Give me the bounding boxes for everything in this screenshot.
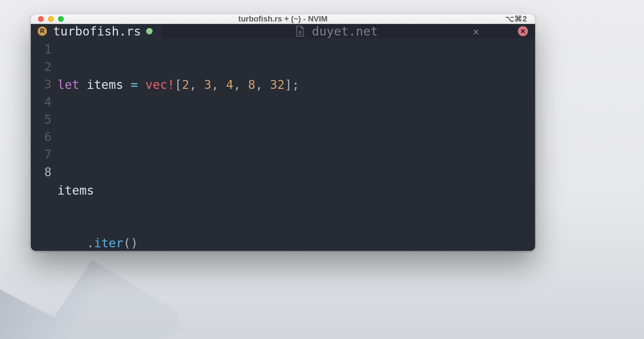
line-number: 5 — [31, 111, 52, 128]
tab-turbofish[interactable]: R turbofish.rs — [31, 24, 162, 38]
editor-area[interactable]: 1 2 3 4 5 6 7 8 let items = vec![2, 3, 4… — [31, 38, 535, 251]
minimize-window-button[interactable] — [48, 16, 54, 22]
code-line: items — [57, 182, 535, 199]
line-number: 7 — [31, 146, 52, 163]
tab-label: turbofish.rs — [53, 24, 141, 38]
close-terminal-button[interactable] — [518, 26, 528, 36]
line-number: 2 — [31, 58, 52, 76]
window-shortcut-hint: ⌥⌘2 — [505, 14, 535, 24]
close-window-button[interactable] — [38, 16, 44, 22]
rust-icon: R — [37, 25, 48, 37]
window-controls — [31, 16, 64, 22]
line-number: 4 — [31, 93, 52, 111]
file-icon — [295, 25, 305, 37]
tab-duyet[interactable]: duyet.net ✕ — [162, 24, 515, 38]
line-number-gutter: 1 2 3 4 5 6 7 8 — [31, 40, 54, 251]
zoom-window-button[interactable] — [58, 16, 64, 22]
modified-indicator-icon — [146, 28, 153, 34]
code-content[interactable]: let items = vec![2, 3, 4, 8, 32]; items … — [54, 40, 535, 251]
window-title: turbofish.rs + (~) - NVIM — [31, 14, 535, 24]
code-line — [57, 129, 535, 146]
tab-label: duyet.net — [312, 24, 378, 38]
window-titlebar[interactable]: turbofish.rs + (~) - NVIM ⌥⌘2 — [31, 14, 535, 24]
line-number: 3 — [31, 76, 52, 93]
line-number: 6 — [31, 128, 52, 146]
line-number: 8 — [31, 163, 52, 181]
code-line: let items = vec![2, 3, 4, 8, 32]; — [57, 76, 535, 94]
nvim-window: turbofish.rs + (~) - NVIM ⌥⌘2 R turbofis… — [31, 14, 535, 251]
code-line: .iter() — [57, 234, 535, 251]
close-tab-icon[interactable]: ✕ — [473, 25, 479, 38]
line-number: 1 — [31, 40, 52, 58]
buffer-tabbar: R turbofish.rs duyet.net ✕ — [31, 24, 535, 38]
